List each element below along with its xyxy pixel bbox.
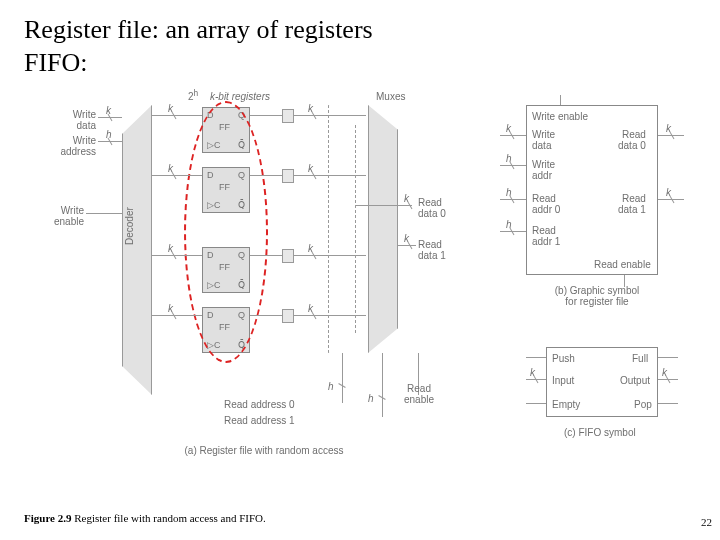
ff-box-1: D Q FF ▷C Q̄	[202, 167, 250, 213]
label-empty: Empty	[552, 399, 580, 410]
label-full: Full	[632, 353, 648, 364]
caption-c: (c) FIFO symbol	[564, 427, 636, 438]
label-k: k	[662, 367, 667, 378]
label-rf-read-data1: Readdata 1	[618, 193, 646, 215]
wire	[356, 205, 412, 206]
slide-title-line2: FIFO:	[24, 47, 696, 80]
label-read-address0: Read address 0	[224, 399, 295, 410]
label-input: Input	[552, 375, 574, 386]
ff-box-2: D Q FF ▷C Q̄	[202, 247, 250, 293]
label-rf-read-addr1: Readaddr 1	[532, 225, 560, 247]
label-k: k	[506, 123, 511, 134]
ff-box-3: D Q FF ▷C Q̄	[202, 307, 250, 353]
label-rf-read-enable: Read enable	[594, 259, 651, 270]
wire	[152, 255, 202, 256]
label-read-address1: Read address 1	[224, 415, 295, 426]
wire	[560, 95, 561, 105]
mux-1	[368, 105, 398, 353]
wire	[250, 255, 282, 256]
label-h: h	[106, 129, 112, 140]
wire	[382, 353, 383, 417]
wire	[294, 255, 366, 256]
wire	[526, 357, 546, 358]
label-muxes: Muxes	[376, 91, 405, 102]
wire	[658, 403, 678, 404]
wire	[294, 175, 366, 176]
wire	[86, 213, 122, 214]
label-k: k	[168, 243, 173, 254]
label-decoder: Decoder	[124, 207, 135, 245]
wire	[526, 403, 546, 404]
wire	[152, 315, 202, 316]
label-write-address: Writeaddress	[56, 135, 96, 157]
label-write-data: Writedata	[56, 109, 96, 131]
label-k: k	[106, 105, 111, 116]
label-rf-read-addr0: Readaddr 0	[532, 193, 560, 215]
label-h: h	[368, 393, 374, 404]
wire	[294, 315, 366, 316]
label-rf-write-addr: Writeaddr	[532, 159, 555, 181]
label-2h: 2h	[188, 89, 198, 102]
label-push: Push	[552, 353, 575, 364]
buffer	[282, 309, 294, 323]
label-rf-write-enable: Write enable	[532, 111, 588, 122]
buffer	[282, 169, 294, 183]
label-h: h	[506, 153, 512, 164]
label-read-enable: Readenable	[404, 383, 434, 405]
wire	[152, 115, 202, 116]
label-output: Output	[620, 375, 650, 386]
label-k: k	[168, 103, 173, 114]
wire	[342, 353, 343, 403]
wire	[250, 115, 282, 116]
label-k: k	[308, 163, 313, 174]
figure: 2h k-bit registers Muxes Writedata Write…	[24, 85, 696, 485]
wire	[152, 175, 202, 176]
label-read-data1: Readdata 1	[418, 239, 446, 261]
label-k: k	[404, 233, 409, 244]
wire	[398, 245, 416, 246]
label-h: h	[506, 187, 512, 198]
wire	[250, 175, 282, 176]
buffer	[282, 249, 294, 263]
wire	[250, 315, 282, 316]
ff-box-0: D Q FF ▷C Q̄	[202, 107, 250, 153]
label-k: k	[308, 303, 313, 314]
label-h: h	[328, 381, 334, 392]
buffer	[282, 109, 294, 123]
caption-a: (a) Register file with random access	[164, 445, 364, 456]
label-read-data0: Readdata 0	[418, 197, 446, 219]
caption-b: (b) Graphic symbolfor register file	[542, 285, 652, 307]
label-k: k	[168, 303, 173, 314]
decoder-shape	[122, 105, 152, 395]
slide-title-line1: Register file: an array of registers	[24, 14, 696, 47]
page-number: 22	[701, 516, 712, 528]
label-k: k	[168, 163, 173, 174]
label-k: k	[308, 103, 313, 114]
figure-caption: Figure 2.9 Register file with random acc…	[24, 512, 266, 524]
label-write-enable: Writeenable	[40, 205, 84, 227]
label-kbit-registers: k-bit registers	[210, 91, 270, 102]
label-k: k	[530, 367, 535, 378]
wire	[658, 357, 678, 358]
wire	[294, 115, 366, 116]
label-rf-read-data0: Readdata 0	[618, 129, 646, 151]
label-rf-write-data: Writedata	[532, 129, 555, 151]
label-k: k	[666, 123, 671, 134]
label-k: k	[404, 193, 409, 204]
label-k: k	[666, 187, 671, 198]
label-h: h	[506, 219, 512, 230]
label-k: k	[308, 243, 313, 254]
label-pop: Pop	[634, 399, 652, 410]
